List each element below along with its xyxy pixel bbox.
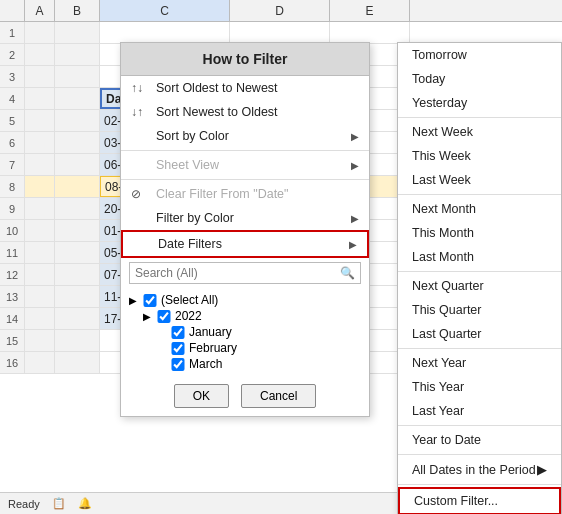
submenu-item-last-year[interactable]: Last Year (398, 399, 561, 423)
tree-item-january[interactable]: January (129, 324, 361, 340)
submenu-item-tomorrow[interactable]: Tomorrow (398, 43, 561, 67)
tree-item-march[interactable]: March (129, 356, 361, 372)
submenu-divider (398, 117, 561, 118)
col-header-b: B (55, 0, 100, 21)
tree-item-2022[interactable]: ▶ 2022 (129, 308, 361, 324)
sort-oldest-newest[interactable]: ↑↓ Sort Oldest to Newest (121, 76, 369, 100)
submenu-item-this-quarter[interactable]: This Quarter (398, 298, 561, 322)
submenu-item-year-to-date[interactable]: Year to Date (398, 428, 561, 452)
submenu-divider (398, 484, 561, 485)
submenu-divider (398, 271, 561, 272)
submenu-item-yesterday[interactable]: Yesterday (398, 91, 561, 115)
submenu-item-next-year[interactable]: Next Year (398, 351, 561, 375)
filter-dropdown-menu: How to Filter ↑↓ Sort Oldest to Newest ↓… (120, 42, 370, 417)
sheet-view[interactable]: Sheet View ▶ (121, 153, 369, 177)
submenu-item-this-week[interactable]: This Week (398, 144, 561, 168)
arrow-icon: ▶ (537, 462, 547, 477)
submenu-item-this-year[interactable]: This Year (398, 375, 561, 399)
dialog-buttons: OK Cancel (121, 376, 369, 416)
date-filters-submenu: Tomorrow Today Yesterday Next Week This … (397, 42, 562, 514)
submenu-item-custom-filter[interactable]: Custom Filter... (398, 487, 561, 514)
arrow-icon: ▶ (349, 239, 357, 250)
search-input[interactable] (130, 263, 335, 283)
menu-title: How to Filter (121, 43, 369, 76)
col-header-a: A (25, 0, 55, 21)
submenu-divider (398, 194, 561, 195)
submenu-divider (398, 454, 561, 455)
cancel-button[interactable]: Cancel (241, 384, 316, 408)
submenu-item-this-month[interactable]: This Month (398, 221, 561, 245)
arrow-icon: ▶ (351, 131, 359, 142)
submenu-divider (398, 425, 561, 426)
checkbox-2022[interactable] (157, 310, 171, 323)
submenu-item-next-week[interactable]: Next Week (398, 120, 561, 144)
sort-by-color[interactable]: Sort by Color ▶ (121, 124, 369, 148)
submenu-item-last-quarter[interactable]: Last Quarter (398, 322, 561, 346)
sort-desc-icon: ↓↑ (131, 105, 151, 119)
tree-item-february[interactable]: February (129, 340, 361, 356)
filter-tree: ▶ (Select All) ▶ 2022 January February M… (121, 288, 369, 376)
checkbox-february[interactable] (171, 342, 185, 355)
status-ready: Ready (8, 498, 40, 510)
filter-by-color[interactable]: Filter by Color ▶ (121, 206, 369, 230)
submenu-item-next-quarter[interactable]: Next Quarter (398, 274, 561, 298)
clear-filter-icon: ⊘ (131, 187, 151, 201)
submenu-item-next-month[interactable]: Next Month (398, 197, 561, 221)
arrow-icon: ▶ (351, 160, 359, 171)
search-icon: 🔍 (335, 263, 360, 283)
submenu-item-last-week[interactable]: Last Week (398, 168, 561, 192)
ok-button[interactable]: OK (174, 384, 229, 408)
col-header-e: E (330, 0, 410, 21)
table-row: 1 (0, 22, 562, 44)
expand-icon[interactable]: ▶ (143, 311, 157, 322)
status-icon1: 📋 (52, 497, 66, 510)
col-header-c: C (100, 0, 230, 21)
arrow-icon: ▶ (351, 213, 359, 224)
col-header-d: D (230, 0, 330, 21)
checkbox-january[interactable] (171, 326, 185, 339)
expand-icon[interactable]: ▶ (129, 295, 143, 306)
tree-item-select-all[interactable]: ▶ (Select All) (129, 292, 361, 308)
date-filters[interactable]: Date Filters ▶ (121, 230, 369, 258)
submenu-divider (398, 348, 561, 349)
menu-divider (121, 179, 369, 180)
submenu-item-last-month[interactable]: Last Month (398, 245, 561, 269)
col-header-rownum (0, 0, 25, 21)
submenu-item-today[interactable]: Today (398, 67, 561, 91)
col-headers: A B C D E (0, 0, 562, 22)
menu-divider (121, 150, 369, 151)
checkbox-march[interactable] (171, 358, 185, 371)
submenu-item-all-dates-period[interactable]: All Dates in the Period ▶ (398, 457, 561, 482)
checkbox-select-all[interactable] (143, 294, 157, 307)
sort-newest-oldest[interactable]: ↓↑ Sort Newest to Oldest (121, 100, 369, 124)
clear-filter[interactable]: ⊘ Clear Filter From "Date" (121, 182, 369, 206)
status-icon2: 🔔 (78, 497, 92, 510)
search-box[interactable]: 🔍 (129, 262, 361, 284)
sort-asc-icon: ↑↓ (131, 81, 151, 95)
